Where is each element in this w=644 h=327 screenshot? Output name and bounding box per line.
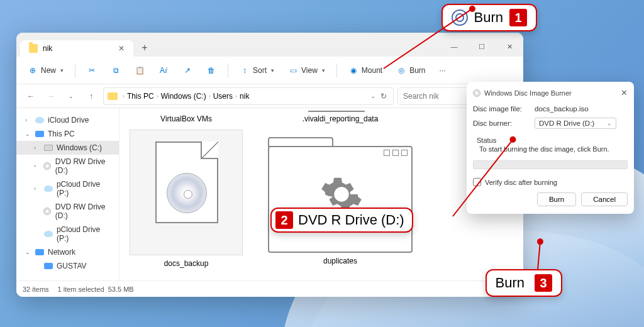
cancel-button[interactable]: Cancel (581, 192, 628, 206)
nav-item[interactable]: ›Windows (C:) (16, 141, 119, 155)
view-icon: ▭ (288, 65, 298, 75)
disc-icon (43, 207, 52, 216)
expand-chevron-icon[interactable]: › (34, 186, 40, 192)
callout-3: Burn 3 (486, 269, 562, 297)
address-bar: ← → ⌄ ↑ › This PC› Windows (C:)› Users› … (16, 84, 523, 108)
nav-item[interactable]: pCloud Drive (P:) (16, 223, 119, 245)
chevron-down-icon[interactable]: ⌄ (370, 92, 375, 99)
crumb[interactable]: nik (240, 92, 249, 101)
refresh-icon[interactable]: ↻ (380, 92, 387, 101)
item-count: 32 items (23, 285, 49, 293)
dialog-title: Windows Disc Image Burner (484, 89, 572, 97)
expand-chevron-icon[interactable]: › (34, 163, 40, 169)
iso-thumbnail (130, 130, 243, 255)
more-button[interactable]: ··· (435, 63, 451, 78)
crumb[interactable]: This PC (127, 92, 154, 101)
expand-chevron-icon[interactable]: ⌄ (25, 131, 31, 137)
nav-item[interactable]: DVD RW Drive (D:) (16, 200, 119, 223)
nav-item[interactable]: ⌄This PC (16, 127, 119, 141)
cloud-icon (35, 116, 44, 125)
nav-label: DVD RW Drive (D:) (55, 202, 114, 220)
dialog-titlebar: Windows Disc Image Burner ✕ (473, 87, 628, 103)
nav-label: DVD RW Drive (D:) (55, 157, 114, 175)
cut-button[interactable]: ✂ (82, 62, 102, 79)
minimize-button[interactable]: — (440, 36, 468, 57)
step-badge-2: 2 (275, 211, 293, 229)
step-badge-3: 3 (535, 274, 552, 292)
share-button[interactable]: ↗ (177, 62, 197, 79)
drive-icon (44, 143, 53, 152)
scissors-icon: ✂ (87, 65, 97, 75)
burn-button[interactable]: Burn (537, 192, 576, 206)
file-item-duplicates[interactable]: .vivaldi_reporting_data duplicates (268, 114, 413, 265)
rename-button[interactable]: Aⅈ (153, 62, 174, 79)
sort-icon: ↕ (240, 65, 250, 75)
chevron-down-icon: ▾ (271, 67, 274, 74)
back-button[interactable]: ← (23, 88, 39, 104)
new-tab-button[interactable]: + (136, 39, 153, 57)
up-button[interactable]: ↑ (83, 88, 99, 104)
crumb[interactable]: Windows (C:) (161, 92, 206, 101)
nav-label: GUSTAV (57, 262, 87, 270)
new-button[interactable]: ⊕ New ▾ (23, 62, 69, 79)
expand-chevron-icon[interactable]: ⌄ (25, 249, 31, 255)
nav-item[interactable]: ›pCloud Drive (P:) (16, 177, 119, 200)
view-button[interactable]: ▭ View ▾ (283, 62, 330, 79)
nav-item[interactable]: ›DVD RW Drive (D:) (16, 155, 119, 177)
nav-item[interactable]: ⌄Network (16, 245, 119, 259)
clipboard-icon: 📋 (135, 65, 145, 75)
cloud-icon (44, 184, 53, 193)
maximize-button[interactable]: ☐ (468, 36, 496, 57)
mount-icon: ◉ (348, 65, 358, 75)
status-text: To start burning the disc image, click B… (474, 144, 626, 157)
nav-label: Network (48, 248, 75, 257)
copy-button[interactable]: ⧉ (106, 62, 126, 79)
folder-thumbnail (268, 146, 413, 253)
share-icon: ↗ (182, 65, 192, 75)
crumb[interactable]: Users (213, 92, 233, 101)
close-tab-icon[interactable]: ✕ (118, 44, 125, 53)
trash-icon: 🗑 (206, 65, 216, 75)
expand-chevron-icon[interactable]: › (34, 145, 40, 151)
folder-icon (108, 92, 118, 100)
tab-title: nik (43, 44, 52, 53)
nav-label: iCloud Drive (48, 116, 89, 125)
mount-button[interactable]: ◉ Mount (343, 62, 387, 79)
disc-icon (167, 173, 207, 213)
forward-button[interactable]: → (43, 88, 59, 104)
chevron-down-icon: ▾ (322, 67, 325, 74)
item-label: VirtualBox VMs (160, 114, 212, 123)
nav-item[interactable]: ›iCloud Drive (16, 113, 119, 127)
expand-chevron-icon[interactable]: › (25, 117, 31, 123)
disc-burner-select[interactable]: DVD R Drive (D:) ⌄ (535, 118, 616, 129)
nav-item[interactable]: GUSTAV (16, 259, 119, 273)
nav-label: Windows (C:) (57, 143, 102, 152)
delete-button[interactable]: 🗑 (201, 62, 221, 79)
tab-bar: nik ✕ + — ☐ ✕ (16, 33, 523, 57)
disc-burner-dialog: Windows Disc Image Burner ✕ Disc image f… (467, 82, 634, 214)
pc-icon (44, 262, 53, 270)
toolbar: ⊕ New ▾ ✂ ⧉ 📋 Aⅈ ↗ 🗑 ↕ Sort ▾ ▭ View ▾ ◉… (16, 57, 523, 84)
status-label: Status (474, 136, 626, 144)
file-item-docs-backup[interactable]: VirtualBox VMs docs_backup (130, 114, 243, 268)
pc-icon (35, 130, 44, 138)
selection-info: 1 item selected 53.5 MB (58, 285, 134, 293)
recent-button[interactable]: ⌄ (63, 88, 79, 104)
close-window-button[interactable]: ✕ (496, 36, 523, 57)
net-icon (35, 248, 44, 257)
close-dialog-button[interactable]: ✕ (621, 88, 628, 97)
sort-button[interactable]: ↕ Sort ▾ (235, 62, 279, 79)
disc-image-value: docs_backup.iso (535, 105, 589, 113)
folder-icon (29, 44, 38, 53)
nav-pane: ›iCloud Drive⌄This PC›Windows (C:)›DVD R… (16, 108, 119, 280)
paste-button[interactable]: 📋 (130, 62, 150, 79)
item-label: .vivaldi_reporting_data (303, 114, 379, 123)
burn-icon: ◎ (396, 65, 406, 75)
tab-nik[interactable]: nik ✕ (20, 40, 133, 57)
disc-icon (473, 89, 480, 97)
burn-toolbar-button[interactable]: ◎ Burn (391, 62, 430, 79)
rename-icon: Aⅈ (158, 65, 169, 75)
nav-label: pCloud Drive (P:) (57, 180, 114, 197)
breadcrumb[interactable]: › This PC› Windows (C:)› Users› nik ⌄ ↻ (103, 87, 394, 105)
verify-checkbox-row[interactable]: Verify disc after burning (473, 174, 628, 192)
